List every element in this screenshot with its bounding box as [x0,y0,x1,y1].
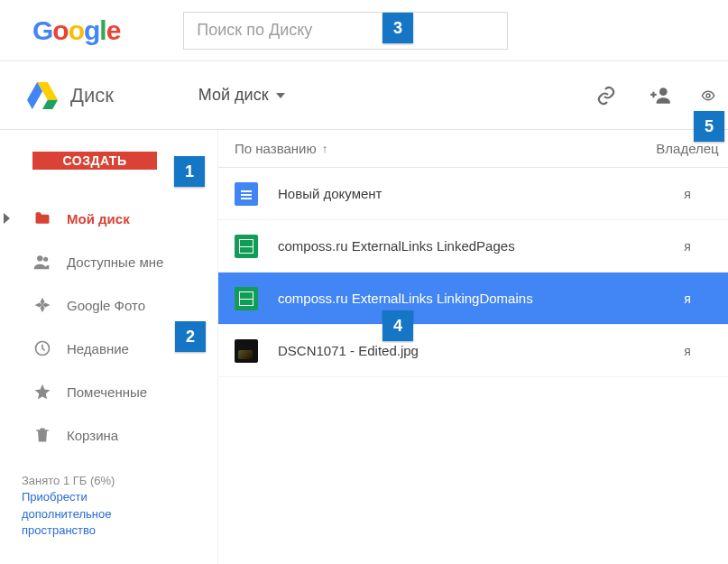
storage-upgrade-link[interactable]: Приобрести дополнительное пространство [22,489,175,539]
main: СОЗДАТЬ Мой диск Доступные мне Google Ф [0,130,728,564]
file-name: Новый документ [278,186,647,201]
sidebar-item-label: Доступные мне [67,254,163,270]
callout-1: 1 [174,156,205,187]
svg-point-5 [37,255,42,261]
storage-footer: Занято 1 ГБ (6%) Приобрести дополнительн… [0,457,217,564]
sidebar-item-my-drive[interactable]: Мой диск [0,197,217,240]
file-row[interactable]: Новый документ я [218,168,728,220]
google-logo: Google [32,15,120,46]
callout-2: 2 [175,321,206,352]
callout-5: 5 [694,111,724,142]
image-thumb-icon [235,339,258,363]
sort-asc-icon: ↑ [322,142,328,155]
caret-down-icon [276,93,285,98]
trash-icon [32,425,52,445]
sidebar-item-label: Google Фото [67,298,145,313]
second-bar: Диск Мой диск [0,61,728,130]
list-header: По названию ↑ Владелец [218,130,728,168]
sheet-icon [235,287,258,310]
add-user-icon[interactable] [647,82,674,109]
folder-icon [32,208,52,228]
file-owner: я [647,239,728,254]
sheet-icon [235,235,258,258]
sort-by-name[interactable]: По названию ↑ [235,141,647,156]
search-wrap [183,12,508,50]
recent-icon [32,338,52,358]
file-name: DSCN1071 - Edited.jpg [278,343,647,358]
sidebar-item-label: Корзина [67,428,118,443]
shared-icon [32,252,52,272]
svg-point-3 [659,88,668,96]
preview-icon[interactable] [701,82,715,109]
svg-point-6 [43,257,48,262]
file-row[interactable]: DSCN1071 - Edited.jpg я [218,325,728,377]
sidebar-item-label: Мой диск [67,211,130,227]
sidebar-item-shared[interactable]: Доступные мне [0,240,217,283]
create-button[interactable]: СОЗДАТЬ [32,152,157,170]
top-bar: Google [0,0,728,61]
owner-column-header[interactable]: Владелец [647,141,728,156]
svg-point-4 [706,94,710,97]
star-icon [32,382,52,402]
file-list: По названию ↑ Владелец Новый документ я … [218,130,728,564]
sidebar-item-label: Недавние [67,341,129,356]
storage-used: Занято 1 ГБ (6%) [22,473,217,489]
svg-marker-1 [42,99,58,108]
file-row[interactable]: composs.ru ExternalLinks LinkingDomains … [218,273,728,325]
sidebar-item-label: Помеченные [67,384,147,400]
sort-label: По названию [235,141,317,156]
active-caret-icon [4,213,10,224]
file-row[interactable]: composs.ru ExternalLinks LinkedPages я [218,220,728,273]
drive-label: Диск [70,84,114,107]
drive-logo[interactable]: Диск [27,82,114,109]
callout-4: 4 [382,310,413,341]
file-owner: я [647,187,728,201]
toolbar-right [593,82,728,109]
file-owner: я [647,344,728,358]
breadcrumb-label: Мой диск [198,86,269,105]
breadcrumb[interactable]: Мой диск [198,86,285,105]
doc-icon [235,182,258,206]
sidebar-item-starred[interactable]: Помеченные [0,370,217,413]
file-name: composs.ru ExternalLinks LinkingDomains [278,291,647,306]
link-icon[interactable] [593,82,620,109]
sidebar-item-trash[interactable]: Корзина [0,413,217,457]
drive-icon [27,82,58,109]
callout-3: 3 [382,13,413,43]
file-name: composs.ru ExternalLinks LinkedPages [278,238,647,254]
search-input[interactable] [183,12,508,50]
photos-icon [32,295,52,315]
file-owner: я [647,291,728,306]
